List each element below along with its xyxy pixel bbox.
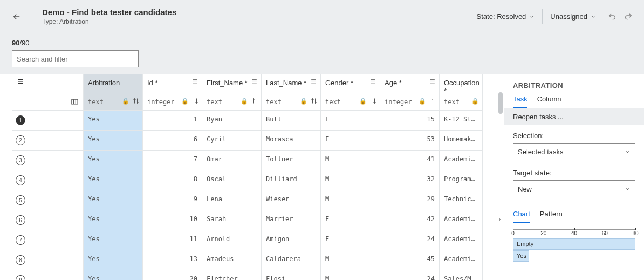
cell-age: 41 bbox=[380, 151, 440, 170]
col-header-id[interactable]: Id * bbox=[143, 74, 202, 95]
table-row[interactable]: 2Yes6CyrilMorascaF53Homemaker bbox=[12, 131, 483, 151]
columns-icon bbox=[71, 98, 79, 106]
col-header-first-name[interactable]: First_Name * bbox=[202, 74, 262, 95]
svg-rect-18 bbox=[72, 99, 78, 104]
sort-icon[interactable] bbox=[370, 98, 376, 105]
row-index[interactable]: 9 bbox=[12, 270, 84, 281]
table-row[interactable]: 8Yes13AmadeusCaldareraM45Academic/Ed bbox=[12, 250, 483, 270]
cell-age: 45 bbox=[380, 250, 440, 270]
assignee-dropdown[interactable]: Unassigned bbox=[543, 0, 604, 33]
cell-last-name: Caldarera bbox=[262, 250, 321, 270]
redo-button[interactable] bbox=[620, 9, 636, 25]
resize-handle[interactable]: ·········· bbox=[504, 200, 644, 207]
cell-gender: M bbox=[321, 250, 380, 270]
row-index[interactable]: 3 bbox=[12, 151, 84, 170]
tab-column[interactable]: Column bbox=[537, 95, 561, 108]
tick: 40 bbox=[571, 230, 577, 236]
columns-toggle[interactable] bbox=[12, 95, 84, 111]
row-index[interactable]: 2 bbox=[12, 131, 84, 151]
cell-gender: M bbox=[321, 190, 380, 210]
col-header-gender[interactable]: Gender * bbox=[321, 74, 380, 95]
sort-icon[interactable] bbox=[429, 98, 436, 105]
cell-occupation: Sales/Marke bbox=[440, 270, 483, 281]
lock-icon: 🔒 bbox=[241, 98, 248, 105]
cell-last-name: Amigon bbox=[262, 230, 321, 250]
chart-bar-empty[interactable]: Empty bbox=[513, 238, 635, 250]
reopen-tasks-button[interactable]: Reopen tasks ... bbox=[504, 108, 644, 125]
cell-gender: F bbox=[321, 230, 380, 250]
type-label: integer bbox=[147, 98, 175, 106]
col-label: Age * bbox=[385, 79, 402, 87]
menu-icon[interactable] bbox=[310, 78, 317, 85]
cell-id: 8 bbox=[143, 170, 202, 190]
search-input[interactable] bbox=[12, 50, 139, 67]
lock-icon: 🔒 bbox=[181, 98, 189, 105]
row-index[interactable]: 4 bbox=[12, 170, 84, 190]
data-table: Arbitration Id * First_Name * Last_Name … bbox=[0, 74, 504, 280]
chevron-down-icon bbox=[591, 14, 596, 19]
expand-panel-button[interactable] bbox=[495, 209, 504, 230]
sort-icon[interactable] bbox=[311, 98, 317, 105]
col-type-last-name: text🔒 bbox=[262, 95, 321, 111]
col-type-age: integer🔒 bbox=[380, 95, 440, 111]
table-row[interactable]: 4Yes8OscalDilliardM32Programmer bbox=[12, 170, 483, 190]
col-label: First_Name * bbox=[207, 79, 248, 87]
col-header-age[interactable]: Age * bbox=[380, 74, 440, 95]
chart-axis: 0 20 40 60 80 bbox=[513, 228, 635, 238]
type-label: text bbox=[325, 98, 341, 106]
table-row[interactable]: 7Yes11ArnoldAmigonF24Academic/Ed bbox=[12, 230, 483, 250]
chevron-right-icon bbox=[496, 216, 503, 223]
tick: 20 bbox=[540, 230, 546, 236]
sort-icon[interactable] bbox=[192, 98, 198, 105]
target-state-dropdown[interactable]: New bbox=[513, 180, 635, 197]
row-index[interactable]: 7 bbox=[12, 230, 84, 250]
cell-id: 11 bbox=[143, 230, 202, 250]
col-header-occupation[interactable]: Occupation * bbox=[440, 74, 483, 95]
cell-gender: F bbox=[321, 131, 380, 151]
col-label: Last_Name * bbox=[266, 79, 306, 87]
col-type-arbitration: text🔒 bbox=[84, 95, 143, 111]
row-index[interactable]: 6 bbox=[12, 210, 84, 230]
table-row[interactable]: 6Yes10SarahMarrierF42Academic/Ed bbox=[12, 210, 483, 230]
table-row[interactable]: 1Yes1RyanButtF15K-12 Student bbox=[12, 111, 483, 131]
redo-icon bbox=[624, 12, 633, 21]
back-button[interactable] bbox=[10, 10, 23, 23]
chart-bar-yes[interactable]: Yes bbox=[513, 250, 529, 262]
menu-icon[interactable] bbox=[429, 78, 436, 85]
state-label: State: Resolved bbox=[477, 12, 526, 21]
row-index[interactable]: 5 bbox=[12, 190, 84, 210]
table-row[interactable]: 3Yes7OmarTollnerM41Academic/Ed bbox=[12, 151, 483, 170]
tab-pattern[interactable]: Pattern bbox=[540, 210, 563, 223]
state-dropdown[interactable]: State: Resolved bbox=[469, 0, 543, 33]
scrollbar[interactable] bbox=[498, 92, 503, 114]
undo-button[interactable] bbox=[604, 9, 620, 25]
sort-icon[interactable] bbox=[133, 98, 139, 105]
menu-icon[interactable] bbox=[369, 78, 376, 85]
table-row[interactable]: 9Yes20FletcherFlosiM24Sales/Marke bbox=[12, 270, 483, 281]
tab-task[interactable]: Task bbox=[513, 95, 527, 108]
col-label: Arbitration bbox=[88, 79, 120, 87]
tab-chart[interactable]: Chart bbox=[513, 210, 530, 223]
cell-id: 13 bbox=[143, 250, 202, 270]
chevron-down-icon bbox=[625, 149, 631, 155]
menu-icon[interactable] bbox=[191, 78, 198, 85]
col-label: Id * bbox=[147, 79, 158, 87]
col-type-gender: text🔒 bbox=[321, 95, 380, 111]
row-menu-header[interactable] bbox=[12, 74, 84, 95]
col-header-arbitration[interactable]: Arbitration bbox=[84, 74, 143, 95]
cell-age: 15 bbox=[380, 111, 440, 131]
sort-icon[interactable] bbox=[251, 98, 258, 105]
selection-dropdown[interactable]: Selected tasks bbox=[513, 143, 635, 160]
table-row[interactable]: 5Yes9LenaWieserM29Technical/E bbox=[12, 190, 483, 210]
cell-occupation: Programmer bbox=[440, 170, 483, 190]
cell-first-name: Ryan bbox=[202, 111, 262, 131]
cell-occupation: Homemaker bbox=[440, 131, 483, 151]
cell-first-name: Lena bbox=[202, 190, 262, 210]
cell-first-name: Cyril bbox=[202, 131, 262, 151]
cell-occupation: Academic/Ed bbox=[440, 210, 483, 230]
col-header-last-name[interactable]: Last_Name * bbox=[262, 74, 321, 95]
row-index[interactable]: 1 bbox=[12, 111, 84, 131]
cell-first-name: Fletcher bbox=[202, 270, 262, 281]
menu-icon[interactable] bbox=[251, 78, 258, 85]
row-index[interactable]: 8 bbox=[12, 250, 84, 270]
